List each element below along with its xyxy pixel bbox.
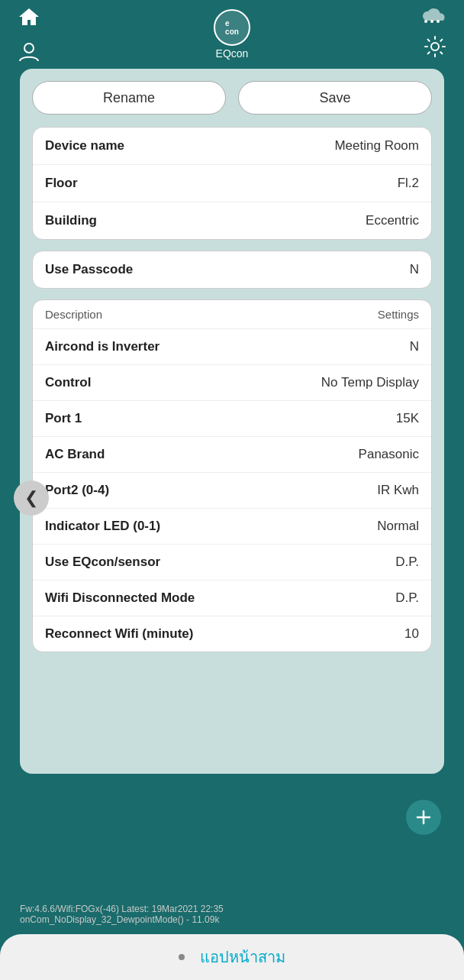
settings-row-5[interactable]: Indicator LED (0-1) Normal: [33, 509, 431, 545]
settings-header: Description Settings: [33, 300, 431, 329]
ac-brand-label: AC Brand: [45, 447, 105, 462]
floor-value: Fl.2: [398, 176, 419, 191]
control-value: No Temp Display: [321, 375, 419, 390]
eqcon-value: D.P.: [395, 555, 419, 570]
header-right-icons: [421, 7, 449, 63]
device-info-card: Device name Meeting Room Floor Fl.2 Buil…: [32, 127, 432, 240]
user-icon[interactable]: [15, 38, 43, 66]
port1-label: Port 1: [45, 411, 82, 426]
settings-row-8[interactable]: Reconnect Wifi (minute) 10: [33, 616, 431, 652]
settings-row-3[interactable]: AC Brand Panasonic: [33, 437, 431, 473]
save-button[interactable]: Save: [238, 81, 432, 115]
svg-point-4: [431, 43, 439, 50]
passcode-row[interactable]: Use Passcode N: [33, 251, 431, 288]
svg-point-2: [430, 20, 433, 23]
settings-row-2[interactable]: Port 1 15K: [33, 401, 431, 437]
passcode-card: Use Passcode N: [32, 251, 432, 289]
port2-label: Port2 (0-4): [45, 483, 109, 498]
eqcon-label: Use EQcon/sensor: [45, 555, 160, 570]
device-name-label: Device name: [45, 138, 124, 154]
settings-col-header: Settings: [378, 308, 419, 321]
reconnect-wifi-value: 10: [404, 626, 419, 642]
settings-row-1[interactable]: Control No Temp Display: [33, 365, 431, 401]
expand-button[interactable]: [406, 800, 441, 835]
floor-label: Floor: [45, 176, 78, 191]
main-content: Rename Save Device name Meeting Room Flo…: [20, 69, 444, 774]
passcode-value: N: [410, 262, 419, 277]
reconnect-wifi-label: Reconnect Wifi (minute): [45, 626, 193, 642]
floor-row[interactable]: Floor Fl.2: [33, 165, 431, 202]
cloud-icon[interactable]: [421, 7, 449, 27]
status-line1: Fw:4.6.6/Wifi:FOGx(-46) Latest: 19Mar202…: [20, 904, 444, 914]
description-col-header: Description: [45, 308, 102, 321]
bottom-label[interactable]: แอปหน้าสาม: [200, 945, 285, 969]
indicator-value: Normal: [377, 519, 419, 534]
back-button[interactable]: ❮: [14, 480, 49, 516]
device-name-row[interactable]: Device name Meeting Room: [33, 128, 431, 165]
app-logo: econ EQcon: [214, 9, 250, 60]
device-name-value: Meeting Room: [334, 138, 419, 154]
svg-point-0: [24, 44, 34, 53]
wifi-disconnect-label: Wifi Disconnected Mode: [45, 590, 195, 606]
svg-point-1: [424, 20, 427, 23]
control-label: Control: [45, 375, 91, 390]
home-icon[interactable]: [15, 3, 43, 31]
settings-card: Description Settings Aircond is Inverter…: [32, 299, 432, 652]
port2-value: IR Kwh: [377, 483, 419, 498]
back-icon: ❮: [24, 488, 38, 508]
indicator-label: Indicator LED (0-1): [45, 519, 160, 534]
bottom-dot-1: [179, 954, 185, 960]
settings-icon[interactable]: [424, 35, 446, 63]
app-name: EQcon: [216, 47, 249, 60]
rename-button[interactable]: Rename: [32, 81, 226, 115]
port1-value: 15K: [396, 411, 419, 426]
building-row[interactable]: Building Eccentric: [33, 202, 431, 239]
wifi-disconnect-value: D.P.: [395, 590, 419, 606]
settings-row-0[interactable]: Aircond is Inverter N: [33, 329, 431, 365]
building-value: Eccentric: [366, 213, 419, 228]
passcode-label: Use Passcode: [45, 262, 133, 277]
settings-row-4[interactable]: Port2 (0-4) IR Kwh: [33, 473, 431, 509]
header-left-icons: [15, 3, 43, 66]
status-bar: Fw:4.6.6/Wifi:FOGx(-46) Latest: 19Mar202…: [12, 901, 452, 927]
aircond-value: N: [410, 339, 419, 354]
settings-row-6[interactable]: Use EQcon/sensor D.P.: [33, 545, 431, 581]
app-header: econ EQcon: [0, 0, 464, 69]
settings-row-7[interactable]: Wifi Disconnected Mode D.P.: [33, 581, 431, 616]
logo-circle: econ: [214, 9, 250, 46]
bottom-bar: แอปหน้าสาม: [0, 934, 464, 980]
aircond-label: Aircond is Inverter: [45, 339, 160, 354]
svg-point-3: [437, 20, 440, 23]
status-line2: onCom_NoDisplay_32_DewpointMode() - 11.0…: [20, 914, 444, 925]
building-label: Building: [45, 213, 97, 228]
action-row: Rename Save: [32, 81, 432, 115]
ac-brand-value: Panasonic: [359, 447, 419, 462]
